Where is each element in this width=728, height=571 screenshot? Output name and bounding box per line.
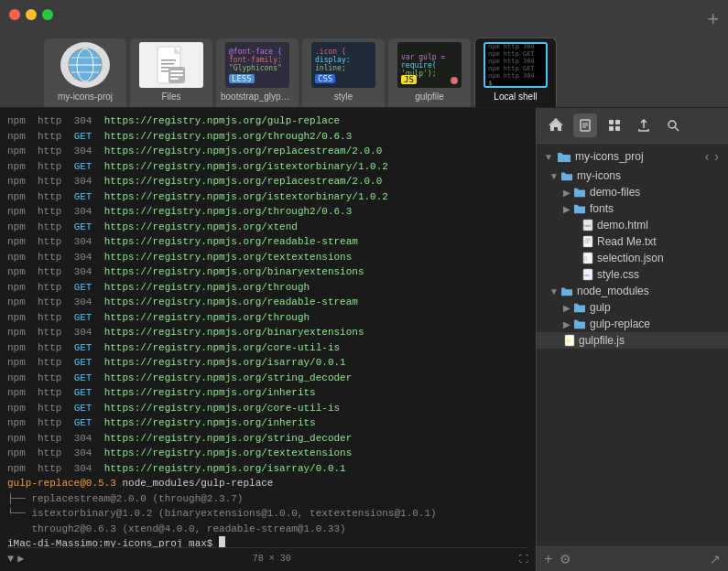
add-tab-button[interactable]: + (707, 9, 719, 29)
sidebar-toolbar (537, 108, 728, 144)
txt-file-icon (582, 235, 593, 248)
tab-label-bootstrap: bootstrap_glyphicons (221, 92, 294, 102)
tab-bar: my-icons-proj Files (0, 0, 728, 108)
file-icon (156, 45, 188, 85)
tree-item-demo-html[interactable]: ▶ html demo.html (537, 217, 728, 233)
svg-rect-21 (615, 126, 620, 131)
minimize-button[interactable] (26, 9, 37, 20)
expand-arrow-demo-files: ▶ (562, 188, 571, 198)
svg-rect-19 (615, 120, 620, 124)
term-line-9: npm http 304 https://registry.npmjs.org/… (7, 234, 528, 250)
tab-gulpfile[interactable]: var gulp = require( 'gulp'); JS gulpfile (388, 38, 471, 107)
term-line-17: npm http GET https://registry.npmjs.org/… (7, 355, 528, 371)
svg-line-23 (675, 127, 679, 131)
tree-label-selection-json: selection.json (597, 252, 664, 264)
term-line-13: npm http 304 https://registry.npmjs.org/… (7, 295, 528, 310)
search-icon (666, 118, 680, 133)
chevron-right-icon[interactable]: ▶ (17, 552, 24, 566)
tree-item-my-icons[interactable]: ▼ my-icons (537, 167, 728, 184)
term-line-16: npm http GET https://registry.npmjs.org/… (7, 340, 528, 356)
svg-rect-26 (583, 236, 592, 247)
tree-item-readme[interactable]: ▶ Read Me.txt (537, 233, 728, 250)
term-line-4: npm http GET https://registry.npmjs.org/… (7, 159, 528, 175)
tree-item-demo-files[interactable]: ▶ demo-files (537, 184, 728, 200)
tree-label-my-icons: my-icons (577, 169, 621, 182)
files-icon (578, 118, 592, 133)
file-tree: ▼ my-icons ▶ demo-files ▶ fon (537, 167, 728, 546)
terminal-nav-left: ▼ ▶ (7, 552, 24, 566)
file-sidebar: ▼ my-icons_proj ‹ › ▼ my-icons ▶ (536, 108, 728, 571)
tree-item-fonts[interactable]: ▶ fonts (537, 200, 728, 217)
globe-icon (67, 47, 103, 83)
svg-rect-18 (609, 120, 614, 124)
sidebar-share-button[interactable]: ↗ (710, 552, 721, 566)
tree-item-style-css[interactable]: ▶ css style.css (537, 266, 728, 283)
add-file-button[interactable]: + (544, 551, 552, 567)
term-line-23: npm http 304 https://registry.npmjs.org/… (7, 446, 528, 461)
node-modules-folder-icon (560, 286, 573, 296)
tab-bootstrap[interactable]: @font-face { font-family: "Glyphicons" L… (216, 38, 299, 107)
expand-arrow-node-modules: ▼ (549, 286, 559, 296)
upload-icon (636, 118, 651, 133)
tree-label-demo-files: demo-files (590, 186, 640, 199)
tab-thumbnail-local-shell: npm http 304 npm http GET npm http 304 n… (484, 42, 548, 88)
term-line-20: npm http GET https://registry.npmjs.org/… (7, 401, 528, 416)
search-button[interactable] (661, 113, 685, 137)
extensions-button[interactable] (603, 113, 626, 137)
tree-item-node-modules[interactable]: ▼ node_modules (537, 283, 728, 299)
nav-forward-button[interactable]: › (712, 149, 721, 164)
svg-point-22 (668, 121, 676, 128)
terminal-size: 78 × 30 (253, 554, 291, 564)
expand-arrow-my-icons: ▼ (549, 171, 559, 181)
term-line-2: npm http GET https://registry.npmjs.org/… (7, 129, 528, 145)
html-file-icon: html (582, 219, 593, 232)
json-file-icon: {} (582, 252, 593, 264)
maximize-button[interactable] (42, 9, 53, 20)
folder-fonts-icon (573, 203, 586, 214)
gulpfile-icon: JS (564, 334, 575, 347)
svg-text:css: css (584, 273, 590, 277)
tab-style[interactable]: .icon { display: inline; CSS style (302, 38, 385, 107)
svg-rect-6 (161, 59, 176, 61)
terminal-panel[interactable]: npm http 304 https://registry.npmjs.org/… (0, 108, 536, 571)
tab-thumbnail-gulpfile: var gulp = require( 'gulp'); JS (397, 42, 462, 88)
tab-local-shell[interactable]: npm http 304 npm http GET npm http 304 n… (474, 38, 557, 107)
tab-thumbnail-style: .icon { display: inline; CSS (311, 42, 375, 88)
svg-rect-11 (170, 70, 183, 72)
tree-label-gulp: gulp (590, 301, 611, 314)
css-file-icon: css (582, 268, 593, 281)
svg-text:{}: {} (584, 256, 588, 261)
tree-item-gulpfile-js[interactable]: ▶ JS gulpfile.js (537, 332, 728, 349)
sidebar-nav-buttons: ‹ › (703, 149, 721, 164)
gulp-folder-icon (573, 302, 586, 313)
files-button[interactable] (573, 113, 597, 137)
term-line-10: npm http 304 https://registry.npmjs.org/… (7, 250, 528, 265)
tree-item-selection-json[interactable]: ▶ {} selection.json (537, 250, 728, 266)
tab-thumbnail-my-icons-proj (60, 42, 110, 88)
project-name: my-icons_proj (575, 150, 644, 163)
home-button[interactable] (544, 113, 568, 137)
term-line-14: npm http GET https://registry.npmjs.org/… (7, 310, 528, 326)
tab-list: my-icons-proj Files (44, 38, 557, 107)
term-line-5: npm http 304 https://registry.npmjs.org/… (7, 174, 528, 189)
tab-my-icons-proj[interactable]: my-icons-proj (44, 38, 126, 107)
term-line-11: npm http 304 https://registry.npmjs.org/… (7, 264, 528, 280)
close-button[interactable] (9, 9, 20, 20)
term-line-3: npm http 304 https://registry.npmjs.org/… (7, 144, 528, 159)
tab-thumbnail-files (139, 42, 203, 88)
nav-back-button[interactable]: ‹ (703, 149, 712, 164)
term-line-18: npm http GET https://registry.npmjs.org/… (7, 371, 528, 386)
term-line-8: npm http GET https://registry.npmjs.org/… (7, 220, 528, 235)
upload-button[interactable] (632, 113, 656, 137)
tree-item-gulp-replace[interactable]: ▶ gulp-replace (537, 316, 728, 332)
tab-files[interactable]: Files (130, 38, 212, 107)
term-line-21: npm http GET https://registry.npmjs.org/… (7, 415, 528, 431)
tab-label-gulpfile: gulpfile (415, 92, 444, 102)
term-line-6: npm http GET https://registry.npmjs.org/… (7, 189, 528, 205)
tree-label-readme: Read Me.txt (597, 235, 657, 248)
chevron-down-icon[interactable]: ▼ (7, 553, 14, 566)
term-line-19: npm http GET https://registry.npmjs.org/… (7, 385, 528, 401)
fullscreen-icon[interactable]: ⛶ (519, 554, 528, 565)
tree-item-gulp[interactable]: ▶ gulp (537, 299, 728, 316)
sidebar-gear-button[interactable]: ⚙ (560, 552, 571, 566)
